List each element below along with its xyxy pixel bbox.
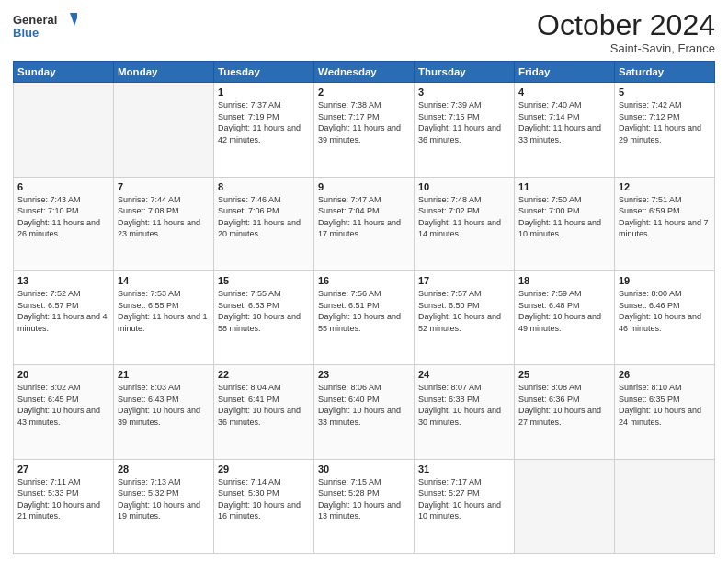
day-number: 3	[418, 86, 510, 98]
calendar-cell	[615, 459, 715, 553]
calendar-cell: 7Sunrise: 7:44 AMSunset: 7:08 PMDaylight…	[114, 177, 214, 270]
calendar-cell: 17Sunrise: 7:57 AMSunset: 6:50 PMDayligh…	[415, 270, 515, 364]
day-info: Sunrise: 7:59 AMSunset: 6:48 PMDaylight:…	[518, 288, 610, 334]
day-info: Sunrise: 7:44 AMSunset: 7:08 PMDaylight:…	[118, 194, 210, 240]
calendar-cell: 22Sunrise: 8:04 AMSunset: 6:41 PMDayligh…	[214, 365, 314, 459]
day-number: 12	[619, 181, 711, 192]
day-info: Sunrise: 7:55 AMSunset: 6:53 PMDaylight:…	[218, 288, 310, 334]
day-info: Sunrise: 8:04 AMSunset: 6:41 PMDaylight:…	[218, 382, 310, 428]
calendar-cell: 26Sunrise: 8:10 AMSunset: 6:35 PMDayligh…	[615, 365, 715, 459]
day-number: 24	[418, 369, 510, 380]
calendar-cell: 19Sunrise: 8:00 AMSunset: 6:46 PMDayligh…	[615, 270, 715, 364]
header-saturday: Saturday	[615, 62, 715, 83]
calendar-cell: 10Sunrise: 7:48 AMSunset: 7:02 PMDayligh…	[415, 177, 515, 270]
calendar-cell: 20Sunrise: 8:02 AMSunset: 6:45 PMDayligh…	[14, 365, 114, 459]
week-row-4: 20Sunrise: 8:02 AMSunset: 6:45 PMDayligh…	[14, 365, 715, 459]
day-info: Sunrise: 8:00 AMSunset: 6:46 PMDaylight:…	[619, 288, 711, 334]
day-number: 25	[518, 369, 610, 380]
day-info: Sunrise: 7:13 AMSunset: 5:32 PMDaylight:…	[118, 477, 210, 523]
day-info: Sunrise: 7:57 AMSunset: 6:50 PMDaylight:…	[418, 288, 510, 334]
day-number: 22	[218, 369, 310, 380]
calendar-cell: 30Sunrise: 7:15 AMSunset: 5:28 PMDayligh…	[314, 459, 415, 553]
svg-marker-2	[70, 13, 77, 26]
day-number: 13	[17, 275, 109, 286]
day-number: 29	[218, 464, 310, 475]
calendar-cell: 4Sunrise: 7:40 AMSunset: 7:14 PMDaylight…	[515, 83, 615, 177]
calendar-cell: 24Sunrise: 8:07 AMSunset: 6:38 PMDayligh…	[415, 365, 515, 459]
day-info: Sunrise: 8:08 AMSunset: 6:36 PMDaylight:…	[518, 382, 610, 428]
day-info: Sunrise: 7:39 AMSunset: 7:15 PMDaylight:…	[418, 99, 510, 145]
day-info: Sunrise: 7:42 AMSunset: 7:12 PMDaylight:…	[619, 99, 711, 145]
week-row-2: 6Sunrise: 7:43 AMSunset: 7:10 PMDaylight…	[14, 177, 715, 270]
calendar-cell: 29Sunrise: 7:14 AMSunset: 5:30 PMDayligh…	[214, 459, 314, 553]
calendar-cell: 3Sunrise: 7:39 AMSunset: 7:15 PMDaylight…	[415, 83, 515, 177]
day-number: 27	[17, 464, 109, 475]
calendar-cell: 1Sunrise: 7:37 AMSunset: 7:19 PMDaylight…	[214, 83, 314, 177]
calendar-cell: 6Sunrise: 7:43 AMSunset: 7:10 PMDaylight…	[14, 177, 114, 270]
calendar-cell: 25Sunrise: 8:08 AMSunset: 6:36 PMDayligh…	[515, 365, 615, 459]
calendar-cell: 27Sunrise: 7:11 AMSunset: 5:33 PMDayligh…	[14, 459, 114, 553]
day-number: 14	[118, 275, 210, 286]
day-info: Sunrise: 7:50 AMSunset: 7:00 PMDaylight:…	[518, 194, 610, 240]
day-number: 16	[318, 275, 410, 286]
page: General Blue October 2024 Saint-Savin, F…	[0, 0, 728, 563]
header-thursday: Thursday	[415, 62, 515, 83]
calendar-cell: 16Sunrise: 7:56 AMSunset: 6:51 PMDayligh…	[314, 270, 415, 364]
calendar-cell: 9Sunrise: 7:47 AMSunset: 7:04 PMDaylight…	[314, 177, 415, 270]
calendar-cell: 12Sunrise: 7:51 AMSunset: 6:59 PMDayligh…	[615, 177, 715, 270]
calendar-cell	[515, 459, 615, 553]
calendar-cell: 18Sunrise: 7:59 AMSunset: 6:48 PMDayligh…	[515, 270, 615, 364]
header-wednesday: Wednesday	[314, 62, 415, 83]
week-row-3: 13Sunrise: 7:52 AMSunset: 6:57 PMDayligh…	[14, 270, 715, 364]
day-info: Sunrise: 7:47 AMSunset: 7:04 PMDaylight:…	[318, 194, 410, 240]
calendar-cell: 14Sunrise: 7:53 AMSunset: 6:55 PMDayligh…	[114, 270, 214, 364]
day-info: Sunrise: 8:02 AMSunset: 6:45 PMDaylight:…	[17, 382, 109, 428]
day-number: 17	[418, 275, 510, 286]
logo-svg: General Blue	[13, 9, 77, 42]
day-info: Sunrise: 7:14 AMSunset: 5:30 PMDaylight:…	[218, 477, 310, 523]
calendar-header-row: SundayMondayTuesdayWednesdayThursdayFrid…	[14, 62, 715, 83]
day-number: 26	[619, 369, 711, 380]
day-number: 30	[318, 464, 410, 475]
header-friday: Friday	[515, 62, 615, 83]
day-info: Sunrise: 8:06 AMSunset: 6:40 PMDaylight:…	[318, 382, 410, 428]
day-info: Sunrise: 8:07 AMSunset: 6:38 PMDaylight:…	[418, 382, 510, 428]
day-info: Sunrise: 7:17 AMSunset: 5:27 PMDaylight:…	[418, 477, 510, 523]
calendar-cell	[114, 83, 214, 177]
header-sunday: Sunday	[14, 62, 114, 83]
subtitle: Saint-Savin, France	[537, 41, 715, 55]
day-number: 21	[118, 369, 210, 380]
day-number: 7	[118, 181, 210, 192]
calendar-table: SundayMondayTuesdayWednesdayThursdayFrid…	[13, 61, 715, 554]
day-info: Sunrise: 7:52 AMSunset: 6:57 PMDaylight:…	[17, 288, 109, 334]
month-title: October 2024	[537, 9, 715, 41]
calendar-cell: 31Sunrise: 7:17 AMSunset: 5:27 PMDayligh…	[415, 459, 515, 553]
day-info: Sunrise: 7:48 AMSunset: 7:02 PMDaylight:…	[418, 194, 510, 240]
calendar-cell: 13Sunrise: 7:52 AMSunset: 6:57 PMDayligh…	[14, 270, 114, 364]
day-info: Sunrise: 7:53 AMSunset: 6:55 PMDaylight:…	[118, 288, 210, 334]
day-info: Sunrise: 7:15 AMSunset: 5:28 PMDaylight:…	[318, 477, 410, 523]
calendar-cell: 28Sunrise: 7:13 AMSunset: 5:32 PMDayligh…	[114, 459, 214, 553]
day-number: 23	[318, 369, 410, 380]
header: General Blue October 2024 Saint-Savin, F…	[13, 9, 715, 55]
day-number: 5	[619, 86, 711, 98]
week-row-5: 27Sunrise: 7:11 AMSunset: 5:33 PMDayligh…	[14, 459, 715, 553]
calendar-cell: 5Sunrise: 7:42 AMSunset: 7:12 PMDaylight…	[615, 83, 715, 177]
day-number: 28	[118, 464, 210, 475]
day-number: 11	[518, 181, 610, 192]
day-number: 31	[418, 464, 510, 475]
calendar-cell: 15Sunrise: 7:55 AMSunset: 6:53 PMDayligh…	[214, 270, 314, 364]
day-info: Sunrise: 7:46 AMSunset: 7:06 PMDaylight:…	[218, 194, 310, 240]
day-info: Sunrise: 7:40 AMSunset: 7:14 PMDaylight:…	[518, 99, 610, 145]
calendar-cell: 2Sunrise: 7:38 AMSunset: 7:17 PMDaylight…	[314, 83, 415, 177]
day-number: 4	[518, 86, 610, 98]
day-info: Sunrise: 7:37 AMSunset: 7:19 PMDaylight:…	[218, 99, 310, 145]
day-info: Sunrise: 7:11 AMSunset: 5:33 PMDaylight:…	[17, 477, 109, 523]
calendar-cell: 11Sunrise: 7:50 AMSunset: 7:00 PMDayligh…	[515, 177, 615, 270]
calendar-cell	[14, 83, 114, 177]
day-info: Sunrise: 8:10 AMSunset: 6:35 PMDaylight:…	[619, 382, 711, 428]
day-number: 9	[318, 181, 410, 192]
day-number: 2	[318, 86, 410, 98]
day-number: 15	[218, 275, 310, 286]
svg-text:General: General	[13, 13, 57, 27]
